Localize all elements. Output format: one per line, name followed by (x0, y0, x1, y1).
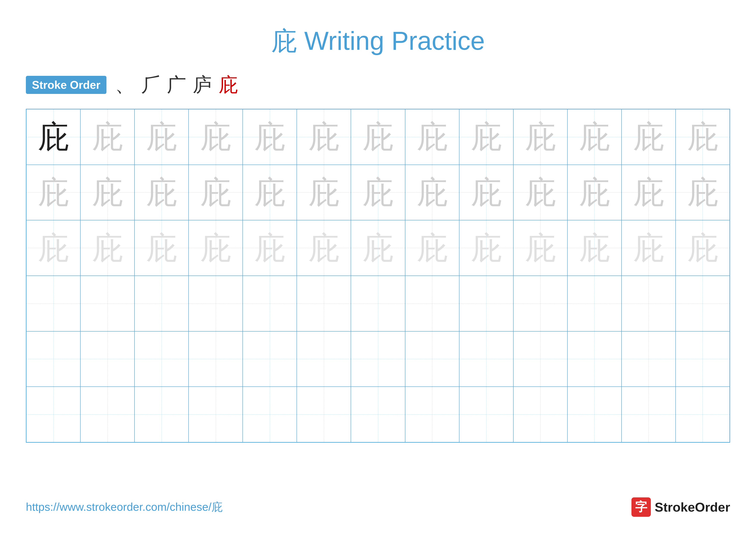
grid-cell-empty[interactable] (297, 387, 351, 442)
grid-cell[interactable]: 庇 (622, 109, 676, 165)
grid-cell-empty[interactable] (622, 276, 676, 331)
char-light: 庇 (471, 177, 502, 208)
grid-cell[interactable]: 庇 (243, 109, 297, 165)
grid-cell[interactable]: 庇 (189, 220, 243, 276)
grid-cell[interactable]: 庇 (189, 109, 243, 165)
grid-cell[interactable]: 庇 (80, 220, 134, 276)
grid-cell[interactable]: 庇 (459, 165, 513, 220)
grid-cell[interactable]: 庇 (351, 165, 405, 220)
grid-cell-empty[interactable] (405, 331, 459, 387)
char-lighter: 庇 (308, 232, 339, 264)
grid-cell-empty[interactable] (26, 276, 80, 331)
strokeorder-logo-icon: 字 (632, 497, 651, 517)
grid-cell[interactable]: 庇 (622, 220, 676, 276)
grid-cell[interactable]: 庇 (243, 165, 297, 220)
grid-cell[interactable]: 庇 (676, 109, 730, 165)
grid-cell-empty[interactable] (26, 387, 80, 442)
grid-cell-empty[interactable] (676, 331, 730, 387)
grid-cell[interactable]: 庇 (26, 220, 80, 276)
grid-cell[interactable]: 庇 (405, 220, 459, 276)
char-lighter: 庇 (471, 232, 502, 264)
grid-cell-empty[interactable] (513, 387, 567, 442)
grid-cell[interactable]: 庇 (622, 165, 676, 220)
grid-cell[interactable]: 庇 (405, 165, 459, 220)
grid-cell-empty[interactable] (351, 331, 405, 387)
grid-cell-empty[interactable] (405, 387, 459, 442)
grid-cell[interactable]: 庇 (26, 109, 80, 165)
grid-cell[interactable]: 庇 (513, 109, 567, 165)
grid-cell-empty[interactable] (297, 276, 351, 331)
grid-cell[interactable]: 庇 (513, 165, 567, 220)
grid-cell[interactable]: 庇 (567, 109, 622, 165)
grid-cell-empty[interactable] (80, 331, 134, 387)
grid-cell-empty[interactable] (297, 331, 351, 387)
grid-cell-empty[interactable] (134, 331, 189, 387)
grid-cell[interactable]: 庇 (351, 109, 405, 165)
grid-cell-empty[interactable] (351, 276, 405, 331)
grid-cell-empty[interactable] (459, 387, 513, 442)
char-lighter: 庇 (633, 232, 664, 264)
grid-cell-empty[interactable] (189, 276, 243, 331)
grid-cell[interactable]: 庇 (134, 165, 189, 220)
practice-grid: 庇 庇 庇 庇 庇 庇 庇 庇 庇 庇 庇 庇 庇 庇 庇 庇 庇 庇 庇 庇 … (26, 109, 730, 443)
grid-cell-empty[interactable] (513, 276, 567, 331)
grid-cell-empty[interactable] (134, 276, 189, 331)
grid-cell-empty[interactable] (189, 387, 243, 442)
grid-cell-empty[interactable] (80, 276, 134, 331)
char-light: 庇 (38, 177, 69, 208)
footer: https://www.strokeorder.com/chinese/庇 字 … (26, 497, 730, 517)
grid-cell[interactable]: 庇 (676, 165, 730, 220)
stroke-sequence: 、 ⺁ 广 庐 庇 (115, 72, 238, 98)
grid-cell-empty[interactable] (513, 331, 567, 387)
char-lighter: 庇 (579, 232, 610, 264)
grid-cell-empty[interactable] (567, 331, 622, 387)
grid-cell-empty[interactable] (26, 331, 80, 387)
grid-cell-empty[interactable] (676, 276, 730, 331)
grid-cell[interactable]: 庇 (676, 220, 730, 276)
char-light: 庇 (633, 177, 664, 208)
grid-cell[interactable]: 庇 (297, 109, 351, 165)
footer-logo-text: StrokeOrder (655, 500, 730, 515)
grid-cell[interactable]: 庇 (297, 165, 351, 220)
grid-cell-empty[interactable] (80, 387, 134, 442)
grid-cell[interactable]: 庇 (567, 165, 622, 220)
grid-cell-empty[interactable] (243, 276, 297, 331)
grid-cell[interactable]: 庇 (80, 165, 134, 220)
grid-cell-empty[interactable] (134, 387, 189, 442)
char-lighter: 庇 (417, 232, 448, 264)
grid-cell[interactable]: 庇 (26, 165, 80, 220)
footer-logo: 字 StrokeOrder (632, 497, 730, 517)
grid-cell-empty[interactable] (459, 331, 513, 387)
grid-cell[interactable]: 庇 (134, 220, 189, 276)
grid-cell[interactable]: 庇 (243, 220, 297, 276)
grid-cell-empty[interactable] (243, 387, 297, 442)
grid-cell[interactable]: 庇 (459, 109, 513, 165)
char-light: 庇 (92, 121, 123, 153)
grid-cell-empty[interactable] (622, 331, 676, 387)
grid-cell-empty[interactable] (622, 387, 676, 442)
grid-cell-empty[interactable] (243, 331, 297, 387)
char-light: 庇 (146, 121, 177, 153)
grid-cell-empty[interactable] (676, 387, 730, 442)
grid-cell-empty[interactable] (405, 276, 459, 331)
char-light: 庇 (417, 121, 448, 153)
grid-cell[interactable]: 庇 (513, 220, 567, 276)
grid-cell[interactable]: 庇 (134, 109, 189, 165)
char-light: 庇 (200, 177, 231, 208)
grid-cell-empty[interactable] (567, 276, 622, 331)
grid-cell[interactable]: 庇 (459, 220, 513, 276)
grid-cell[interactable]: 庇 (567, 220, 622, 276)
char-light: 庇 (525, 121, 556, 153)
char-light: 庇 (525, 177, 556, 208)
grid-cell-empty[interactable] (567, 387, 622, 442)
grid-cell[interactable]: 庇 (297, 220, 351, 276)
grid-cell-empty[interactable] (459, 276, 513, 331)
stroke-1: 、 (115, 72, 134, 98)
grid-cell[interactable]: 庇 (80, 109, 134, 165)
grid-cell-empty[interactable] (189, 331, 243, 387)
grid-cell-empty[interactable] (351, 387, 405, 442)
char-light: 庇 (254, 177, 285, 208)
grid-cell[interactable]: 庇 (351, 220, 405, 276)
grid-cell[interactable]: 庇 (405, 109, 459, 165)
grid-cell[interactable]: 庇 (189, 165, 243, 220)
